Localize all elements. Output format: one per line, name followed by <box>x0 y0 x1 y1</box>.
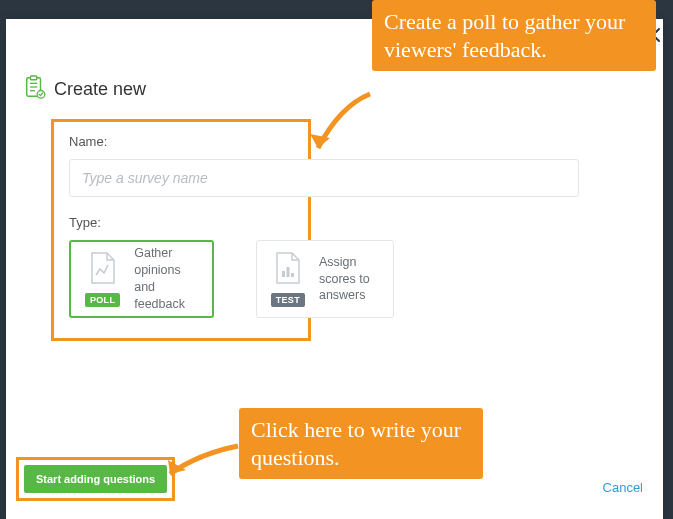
annotation-callout-bottom: Click here to write your questions. <box>239 408 483 479</box>
annotation-callout-top: Create a poll to gather your viewers' fe… <box>372 0 656 71</box>
name-label: Name: <box>69 134 293 149</box>
clipboard-check-icon <box>24 75 46 103</box>
type-option-poll[interactable]: POLL Gather opinions and feedback <box>69 240 214 318</box>
type-label: Type: <box>69 215 293 230</box>
page-title: Create new <box>54 79 146 100</box>
start-adding-questions-button[interactable]: Start adding questions <box>24 465 167 493</box>
survey-name-input[interactable] <box>69 159 579 197</box>
test-description: Assign scores to answers <box>319 254 379 305</box>
document-bars-icon <box>273 251 303 289</box>
annotation-highlight-form: Name: Type: <box>51 119 311 341</box>
poll-badge: POLL <box>85 293 120 307</box>
type-option-test[interactable]: TEST Assign scores to answers <box>256 240 395 318</box>
svg-rect-8 <box>291 273 294 277</box>
svg-rect-7 <box>286 267 289 277</box>
poll-description: Gather opinions and feedback <box>134 245 198 313</box>
test-badge: TEST <box>271 293 305 307</box>
svg-rect-1 <box>30 76 36 80</box>
annotation-highlight-start: Start adding questions <box>16 457 175 501</box>
svg-rect-6 <box>282 271 285 277</box>
cancel-link[interactable]: Cancel <box>603 480 643 501</box>
document-chart-icon <box>88 251 118 289</box>
modal-heading: Create new <box>24 75 146 103</box>
